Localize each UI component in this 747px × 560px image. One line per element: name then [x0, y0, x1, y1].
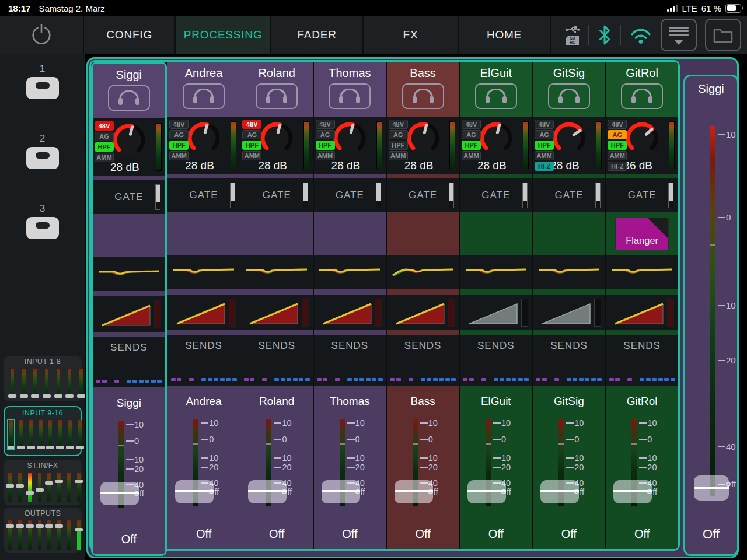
badge-amm[interactable]: AMM — [608, 151, 627, 160]
tab-config[interactable]: CONFIG — [84, 16, 176, 54]
meter-group-input-9-16[interactable]: INPUT 9-16 — [4, 406, 82, 456]
fader-cap[interactable] — [613, 480, 652, 503]
gain-section[interactable]: 48VAGHPFAMM 28 dB — [240, 117, 313, 174]
main-fader-cap[interactable] — [694, 475, 729, 501]
badge-amm[interactable]: AMM — [169, 151, 189, 160]
insert-section[interactable] — [167, 212, 240, 256]
comp-section[interactable] — [314, 295, 386, 330]
eq-section[interactable] — [460, 256, 532, 289]
comp-section[interactable] — [460, 295, 532, 330]
badge-ag[interactable]: AG — [242, 130, 261, 139]
badge-ag[interactable]: AG — [608, 130, 627, 139]
gain-section[interactable]: 48VAGHPFAMM 28 dB — [93, 118, 165, 176]
badge-hpf[interactable]: HPF — [608, 141, 627, 150]
bank-button-1[interactable]: 1 — [0, 63, 85, 99]
badge-ag[interactable]: AG — [95, 132, 114, 141]
channel-strip-bass[interactable]: Bass 48VAGHPFAMM 28 dB GATE — [387, 62, 459, 549]
headphone-button[interactable] — [108, 85, 150, 111]
tab-fx[interactable]: FX — [364, 16, 459, 54]
badge-amm[interactable]: AMM — [535, 151, 554, 160]
gate-section[interactable]: GATE — [167, 178, 240, 212]
badge-48v[interactable]: 48V — [608, 120, 627, 129]
badge-hpf[interactable]: HPF — [242, 141, 261, 150]
badge-amm[interactable]: AMM — [316, 151, 335, 160]
channel-strip-andrea[interactable]: Andrea 48VAGHPFAMM 28 dB GATE — [167, 62, 240, 549]
gain-knob[interactable] — [330, 119, 369, 158]
badge-48v[interactable]: 48V — [462, 120, 481, 129]
gain-section[interactable]: 48VAGHPFAMM 28 dB — [387, 117, 459, 174]
eq-section[interactable] — [240, 256, 313, 289]
gate-section[interactable]: GATE — [240, 178, 313, 212]
insert-section[interactable] — [240, 212, 313, 256]
badge-48v[interactable]: 48V — [169, 120, 189, 129]
eq-section[interactable] — [167, 256, 240, 289]
badge-hpf[interactable]: HPF — [535, 141, 554, 150]
badge-amm[interactable]: AMM — [242, 151, 261, 160]
fader-cap[interactable] — [395, 480, 433, 503]
sends-section[interactable]: SENDS — [460, 335, 532, 386]
badge-amm[interactable]: AMM — [95, 153, 114, 162]
fader-cap[interactable] — [322, 480, 360, 503]
insert-section[interactable] — [93, 214, 165, 257]
badge-48v[interactable]: 48V — [316, 120, 335, 129]
gate-section[interactable]: GATE — [606, 178, 678, 212]
headphone-button[interactable] — [621, 83, 663, 109]
eq-section[interactable] — [606, 256, 678, 289]
tab-fader[interactable]: FADER — [271, 16, 364, 54]
fader-cap[interactable] — [467, 480, 506, 503]
fader-cap[interactable] — [248, 480, 287, 503]
badge-amm[interactable]: AMM — [462, 151, 481, 160]
badge-amm[interactable]: AMM — [389, 151, 408, 160]
sends-section[interactable]: SENDS — [240, 335, 313, 386]
eq-section[interactable] — [387, 256, 459, 289]
channel-strip-thomas[interactable]: Thomas 48VAGHPFAMM 28 dB GATE — [314, 62, 386, 549]
eq-section[interactable] — [533, 256, 605, 289]
layers-menu-button[interactable] — [661, 19, 697, 51]
insert-section[interactable] — [460, 212, 532, 256]
badge-hpf[interactable]: HPF — [389, 141, 408, 150]
gain-knob[interactable] — [257, 119, 296, 158]
badge-48v[interactable]: 48V — [389, 120, 408, 129]
badge-48v[interactable]: 48V — [535, 120, 554, 129]
tab-processing[interactable]: PROCESSING — [176, 16, 271, 54]
gain-knob[interactable] — [184, 119, 223, 158]
comp-section[interactable] — [606, 295, 678, 330]
gain-knob[interactable] — [404, 119, 442, 158]
channel-strip-siggi[interactable]: Siggi 48VAGHPFAMM 28 dB GATE — [91, 62, 167, 556]
gate-section[interactable]: GATE — [93, 180, 165, 214]
channel-strip-elguit[interactable]: ElGuit 48VAGHPFAMM 28 dB GATE — [460, 62, 532, 549]
sends-section[interactable]: SENDS — [533, 335, 605, 386]
comp-section[interactable] — [533, 295, 605, 330]
headphone-button[interactable] — [256, 83, 298, 109]
insert-section[interactable] — [533, 212, 605, 256]
channel-strip-roland[interactable]: Roland 48VAGHPFAMM 28 dB GATE — [240, 62, 313, 549]
sends-section[interactable]: SENDS — [167, 335, 240, 386]
badge-hpf[interactable]: HPF — [95, 142, 114, 152]
badge-ag[interactable]: AG — [389, 130, 408, 139]
sends-section[interactable]: SENDS — [314, 335, 386, 386]
power-button[interactable] — [0, 16, 84, 54]
sends-section[interactable]: SENDS — [606, 335, 678, 386]
badge-hi-z[interactable]: HI-Z — [608, 162, 627, 171]
headphone-button[interactable] — [402, 83, 444, 109]
meter-group-st-in-fx[interactable]: ST.IN/FX — [4, 460, 82, 505]
insert-section[interactable] — [314, 212, 386, 256]
badge-hpf[interactable]: HPF — [316, 141, 335, 150]
gate-section[interactable]: GATE — [387, 178, 459, 212]
badge-48v[interactable]: 48V — [242, 120, 261, 129]
gain-section[interactable]: 48VAGHPFAMMHI-Z 28 dB — [533, 117, 605, 174]
gain-knob[interactable] — [623, 119, 661, 158]
comp-section[interactable] — [93, 296, 165, 332]
bank-button-3[interactable]: 3 — [0, 203, 85, 239]
channel-strip-gitrol[interactable]: GitRol 48VAGHPFAMMHI-Z 36 dB GATE Flange… — [606, 62, 678, 549]
comp-section[interactable] — [240, 295, 313, 330]
sends-section[interactable]: SENDS — [93, 337, 165, 387]
badge-hi-z[interactable]: HI-Z — [535, 162, 554, 171]
headphone-button[interactable] — [183, 83, 225, 109]
channel-strip-gitsig[interactable]: GitSig 48VAGHPFAMMHI-Z 28 dB GATE — [533, 62, 605, 549]
gain-knob[interactable] — [110, 121, 148, 159]
sends-section[interactable]: SENDS — [387, 335, 459, 386]
badge-ag[interactable]: AG — [316, 130, 335, 139]
gate-section[interactable]: GATE — [314, 178, 386, 212]
comp-section[interactable] — [167, 295, 240, 330]
